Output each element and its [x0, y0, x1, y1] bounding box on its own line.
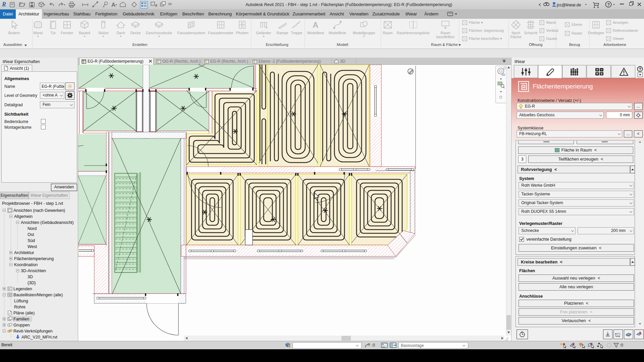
svg-text:?: ? — [607, 2, 610, 7]
svg-text:A: A — [313, 20, 318, 29]
svg-text:2D: 2D — [501, 73, 505, 76]
svg-text:?: ? — [639, 67, 641, 72]
svg-text:A: A — [111, 2, 115, 8]
